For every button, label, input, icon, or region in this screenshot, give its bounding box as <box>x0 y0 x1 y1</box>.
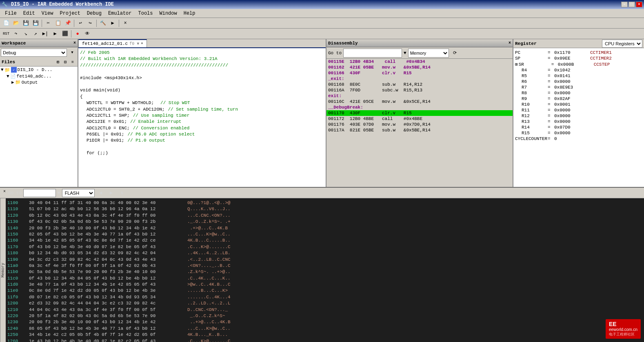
mem-row: 12601e 43 b0 12 be 4b 3e 40 d0 07 1e 82 … <box>7 338 642 342</box>
close-button[interactable]: × <box>636 2 642 7</box>
sr-expand-icon[interactable]: ⊞ <box>515 62 518 67</box>
cancel-btn[interactable]: × <box>121 19 130 28</box>
disasm-row: 001172 12B0 4BBE call #0x4BBE <box>326 116 513 122</box>
save-btn[interactable]: 💾 <box>21 19 30 28</box>
minimize-button[interactable]: − <box>621 2 628 7</box>
reg-cyclecounter: CYCLECOUNTER = 0 <box>515 136 642 142</box>
tab-bar: fet140_adc12_01.c f0 ▼ × <box>78 39 326 48</box>
register-header: Register CPU Registers <box>513 39 644 48</box>
mem-row: 115082 05 0f 43 b0 12 be 4b 3e 40 77 1a … <box>7 231 642 238</box>
menu-edit[interactable]: Edit <box>20 10 38 17</box>
code-line: // Built with IAR Embedded Workbench Ver… <box>80 56 324 62</box>
breakpoint-btn[interactable]: ● <box>73 29 82 38</box>
project-folder-icon: 📁 <box>4 67 10 73</box>
file-name: fet140_adc... <box>17 74 52 79</box>
menu-view[interactable]: View <box>38 10 57 17</box>
memory-prev-btn[interactable]: ◀ <box>96 189 105 198</box>
goto-input[interactable] <box>343 49 402 58</box>
sep4 <box>119 20 119 27</box>
debug-select[interactable]: Debug <box>1 49 67 57</box>
reset-btn[interactable]: RST <box>2 29 11 38</box>
tree-root[interactable]: ▼ 📁 ✓ DIS_IO - D... <box>0 67 78 73</box>
disasm-row: 00116C 421E 05CE mov.w &0x5CE,R14 <box>326 99 513 104</box>
disasm-close[interactable]: × <box>509 41 511 45</box>
top-panels: Workspace × Debug ▼ Files ⊞ ⊡ ≡ ▼ <box>0 39 644 187</box>
run-to-btn[interactable]: ▶| <box>41 29 50 38</box>
files-icon-btn1[interactable]: ⊞ <box>55 59 61 65</box>
tab-label: fet140_adc12_01.c <box>82 41 128 46</box>
files-icon-btn3[interactable]: ≡ <box>69 59 76 65</box>
code-line: #include <msp430x14x.h> <box>80 75 324 81</box>
menu-emulator[interactable]: Emulator <box>105 10 135 17</box>
flash-select[interactable]: FLASH <box>62 189 95 197</box>
save-all-btn[interactable]: 💾 <box>31 19 40 28</box>
editor-panel: fet140_adc12_01.c f0 ▼ × // Feb 2005 // … <box>78 39 326 187</box>
file-icon: 📄 <box>10 73 16 79</box>
mem-row: 111051 07 b0 12 ac 4b b0 12 56 36 b0 12 … <box>7 206 642 212</box>
code-line: ADC12CTL0 = ENC; // Conversion enabled <box>80 125 324 131</box>
menu-window[interactable]: Window <box>156 10 180 17</box>
mem-row: 11300f 43 0c 02 0b 5a 0d 6b 5e 53 7e 90 … <box>7 219 642 225</box>
redo-btn[interactable]: ↪ <box>86 19 95 28</box>
run-btn[interactable]: ▶ <box>51 29 60 38</box>
disasm-row: 001176 403E 07D0 mov.w #0x7D0,R14 <box>326 122 513 127</box>
code-line: WDTCTL = WDTPW + WDTHOLD; // Stop WDT <box>80 100 324 106</box>
workspace-header: Workspace × <box>0 39 78 47</box>
files-label: Files <box>2 60 15 64</box>
register-title: Register <box>515 41 537 46</box>
tree-file[interactable]: ▼ 📄 fet140_adc... <box>0 73 78 79</box>
watch-btn[interactable]: 👁 <box>83 29 92 38</box>
files-icon-btn2[interactable]: ⊡ <box>62 59 69 65</box>
memory-panel-close[interactable]: × <box>2 189 7 194</box>
disasm-label-exit: 00115E 12B0 4B34 call #0x4B34 <box>326 59 513 64</box>
tree-output[interactable]: ▶ 📁 Output <box>0 79 78 85</box>
step-out-btn[interactable]: ↗ <box>31 29 40 38</box>
reg-r6: R6 = 0x0000 <box>515 79 642 84</box>
maximize-button[interactable]: □ <box>628 2 635 7</box>
code-line: void main(void) <box>80 87 324 93</box>
step-in-btn[interactable]: ↘ <box>21 29 30 38</box>
tab-close-btn[interactable]: × <box>141 42 143 46</box>
register-type-select[interactable]: CPU Registers <box>602 40 642 48</box>
menu-help[interactable]: Help <box>180 10 199 17</box>
menu-project[interactable]: Project <box>56 10 83 17</box>
mem-row: 11c00f 43 b0 12 34 4b 84 05 0f 43 b0 12 … <box>7 275 642 282</box>
copy-btn[interactable]: 📋 <box>53 19 62 28</box>
mem-row: 11a00a 3c 4f 4e 3f f0 ff 00 0f 5f 1a 0f … <box>7 263 642 269</box>
menu-tools[interactable]: Tools <box>135 10 156 17</box>
open-btn[interactable]: 📂 <box>11 19 20 28</box>
memory-select[interactable]: Memory <box>408 49 449 58</box>
menu-debug[interactable]: Debug <box>84 10 105 17</box>
new-btn[interactable]: 📄 <box>2 19 11 28</box>
goto-bottom-dropdown[interactable]: ▼ <box>58 191 60 195</box>
code-line: for (;;) <box>80 150 324 156</box>
memory-content[interactable]: 110030 40 04 11 ff 3f 31 40 00 0a 3c 40 … <box>6 198 644 342</box>
memory-refresh-btn[interactable]: ⇅ <box>118 189 127 198</box>
cut-btn[interactable]: ✂ <box>44 19 53 28</box>
stop-btn[interactable]: ⬛ <box>60 29 69 38</box>
disasm-title: Disassembly <box>328 41 358 46</box>
memory-next-btn[interactable]: ▶ <box>107 189 116 198</box>
editor-content[interactable]: // Feb 2005 // Built with IAR Embedded W… <box>78 48 326 187</box>
menu-file[interactable]: File <box>2 10 20 17</box>
goto-bottom-label: Go to <box>8 191 22 195</box>
undo-btn[interactable]: ↩ <box>76 19 85 28</box>
goto-bottom-input[interactable] <box>23 189 56 197</box>
workspace-config-btn[interactable]: ▼ <box>68 48 77 57</box>
reg-r4: R4 = 0x1042 <box>515 67 642 73</box>
tab-source[interactable]: fet140_adc12_01.c f0 ▼ × <box>78 39 147 47</box>
reg-pc: PC = 0x1170 CCTIMER1 <box>515 50 642 56</box>
step-over-btn[interactable]: ↷ <box>11 29 20 38</box>
debug-btn[interactable]: ▶ <box>108 19 117 28</box>
goto-dropdown-btn[interactable]: ▼ <box>404 51 406 56</box>
build-btn[interactable]: 🔨 <box>98 19 107 28</box>
disasm-refresh-btn[interactable]: ⟳ <box>451 49 460 58</box>
workspace-close[interactable]: × <box>73 41 76 45</box>
mem-row: 119004 3c d2 c3 32 09 82 4c 42 04 0c 43 … <box>7 257 642 263</box>
paste-btn[interactable]: 📌 <box>63 19 72 28</box>
code-line: ////////////////////////////////////////… <box>80 62 324 69</box>
reg-sp: SP = 0x09EE CCTIMER2 <box>515 56 642 61</box>
disasm-scroll[interactable]: 00115E 12B0 4B34 call #0x4B34 001162 421… <box>326 59 513 187</box>
disasm-row: 00117A 821E 05BE sub.w &0x5BE,R14 <box>326 127 513 133</box>
debug-combo-row: Debug ▼ <box>0 47 78 58</box>
